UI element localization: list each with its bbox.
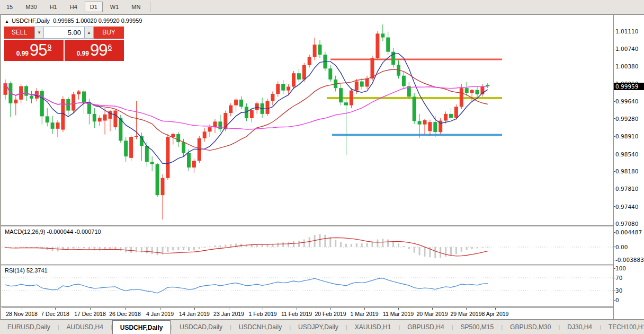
date-label: 29 Mar 2019 [451, 311, 482, 317]
tab-eurusd-daily[interactable]: EURUSD,Daily [0, 320, 58, 334]
rsi-tick: 30 [615, 287, 622, 294]
ohlc-open: 0.99985 [53, 17, 74, 24]
timeframe-w1[interactable]: W1 [105, 2, 124, 12]
price-tick: 0.97440 [615, 204, 638, 210]
volume-input[interactable] [44, 27, 84, 39]
date-label: 17 Dec 2018 [74, 311, 106, 317]
price-tick: 0.98910 [615, 133, 638, 139]
time-axis[interactable]: 28 Nov 20187 Dec 201817 Dec 201826 Dec 2… [2, 307, 613, 319]
price-tick: 1.00740 [615, 46, 638, 52]
price-tick: 0.97080 [615, 221, 638, 227]
timeframe-h4[interactable]: H4 [65, 2, 83, 12]
date-label: 8 Apr 2019 [482, 311, 509, 317]
price-tick: 0.97810 [615, 186, 638, 192]
timeframe-m30[interactable]: M30 [20, 2, 42, 12]
main-chart-pane[interactable]: ▲USDCHF,Daily 0.99985 1.00020 0.99920 0.… [2, 16, 613, 225]
price-tick: 1.01110 [615, 28, 638, 34]
toolbar-separator [150, 2, 150, 12]
date-tick-mark [22, 308, 22, 310]
date-label: 23 Jan 2019 [213, 311, 244, 317]
volume-decrease-button[interactable]: ▼ [34, 27, 44, 39]
ohlc-close: 0.99959 [121, 17, 142, 24]
buy-price-pip: 6 [108, 43, 112, 51]
date-label: 28 Nov 2018 [6, 311, 38, 317]
date-tick-mark [194, 308, 195, 310]
chart-window: ▲USDCHF,Daily 0.99985 1.00020 0.99920 0.… [0, 14, 644, 320]
date-label: 7 Dec 2018 [41, 311, 69, 317]
date-label: 11 Feb 2019 [281, 311, 312, 317]
sell-price-prefix: 0.99 [16, 50, 29, 57]
rsi-tick: 70 [615, 275, 622, 281]
tab-usdchf-daily[interactable]: USDCHF,Daily [112, 320, 171, 334]
buy-price-prefix: 0.99 [77, 50, 89, 57]
timeframe-15[interactable]: 15 [1, 2, 18, 12]
chart-tabs-bar: EURUSD,Daily|AUDUSD,H4|USDCHF,Daily|USDC… [0, 320, 644, 334]
date-tick-mark [364, 308, 365, 310]
sell-button[interactable]: SELL [4, 27, 34, 39]
buy-price-tile[interactable]: 0.99 99 6 [65, 40, 124, 61]
date-tick-mark [466, 308, 467, 310]
rsi-tick: 100 [615, 265, 626, 271]
tab-xauusd-h1[interactable]: XAUUSD,H1 [347, 320, 399, 334]
buy-price-big: 99 [90, 41, 107, 60]
date-label: 11 Mar 2019 [383, 311, 414, 317]
date-tick-mark [90, 308, 91, 310]
timeframe-h1[interactable]: H1 [44, 2, 62, 12]
macd-tick: 0.00 [615, 244, 628, 250]
timeframe-mn[interactable]: MN [126, 2, 146, 12]
date-tick-mark [229, 308, 229, 310]
ohlc-low: 0.99920 [99, 17, 120, 24]
date-tick-mark [398, 308, 399, 310]
tab-gbpusd-m30[interactable]: GBPUSD,M30 [503, 320, 558, 334]
rsi-label: RSI(14) 52.3741 [5, 267, 48, 274]
buy-button[interactable]: BUY [94, 27, 124, 39]
price-tick: 0.98540 [615, 151, 638, 157]
chart-header: ▲USDCHF,Daily 0.99985 1.00020 0.99920 0.… [5, 17, 142, 24]
macd-label: MACD(12,26,9) -0.000044 -0.000710 [5, 228, 101, 235]
tab-usdcad-daily[interactable]: USDCAD,Daily [172, 320, 230, 334]
date-tick-mark [55, 308, 56, 310]
rsi-plot [2, 266, 613, 306]
chart-symbol-label: USDCHF,Daily [12, 17, 50, 24]
volume-increase-button[interactable]: ▲ [84, 27, 94, 39]
date-tick-mark [125, 308, 126, 310]
current-price-badge: 0.99959 [614, 83, 644, 90]
date-tick-mark [297, 308, 297, 310]
tab-audusd-h4[interactable]: AUDUSD,H4 [59, 320, 111, 334]
sell-price-big: 95 [30, 41, 47, 60]
date-tick-mark [263, 308, 263, 310]
timeframe-toolbar: 15M30H1H4D1W1MN [0, 0, 644, 14]
date-label: 1 Feb 2019 [248, 311, 276, 317]
tab-sp500-m15[interactable]: SP500,M15 [453, 320, 502, 334]
date-label: 26 Dec 2018 [109, 311, 141, 317]
date-tick-mark [432, 308, 433, 310]
price-tick: 0.98180 [615, 168, 638, 174]
collapse-triangle-icon[interactable]: ▲ [5, 19, 9, 24]
tab-gbpusd-h4[interactable]: GBPUSD,H4 [400, 320, 451, 334]
date-label: 4 Jan 2019 [146, 311, 174, 317]
price-axis[interactable]: 1.011101.007401.003801.000100.996400.992… [613, 15, 644, 319]
price-tick: 0.99280 [615, 116, 638, 122]
timeframe-d1[interactable]: D1 [85, 2, 103, 12]
ohlc-high: 1.00020 [76, 17, 97, 24]
sell-price-pip: 9 [48, 43, 52, 51]
macd-tick: 0.004487 [615, 229, 642, 235]
date-tick-mark [495, 308, 496, 310]
price-tick: 1.00380 [615, 63, 638, 69]
tab-tech100-h1[interactable]: TECH100,H1 [601, 320, 644, 334]
macd-tick: -0.003883 [615, 257, 644, 263]
price-tick: 0.99640 [615, 98, 638, 104]
date-tick-mark [160, 308, 160, 310]
tab-usdjpy-daily[interactable]: USDJPY,Daily [291, 320, 346, 334]
tab-usdcnh-daily[interactable]: USDCNH,Daily [231, 320, 289, 334]
macd-pane[interactable]: MACD(12,26,9) -0.000044 -0.000710 [2, 227, 613, 264]
tab-dj30-h4[interactable]: DJ30,H4 [560, 320, 600, 334]
rsi-tick: 0 [615, 297, 619, 303]
rsi-pane[interactable]: RSI(14) 52.3741 [2, 266, 613, 306]
date-tick-mark [330, 308, 331, 310]
one-click-trade-panel: SELL ▼ ▲ BUY 0.99 95 9 0.99 99 6 [4, 27, 124, 61]
date-label: 20 Feb 2019 [315, 311, 346, 317]
date-label: 20 Mar 2019 [417, 311, 448, 317]
sell-price-tile[interactable]: 0.99 95 9 [4, 40, 64, 61]
date-label: 1 Mar 2019 [350, 311, 378, 317]
